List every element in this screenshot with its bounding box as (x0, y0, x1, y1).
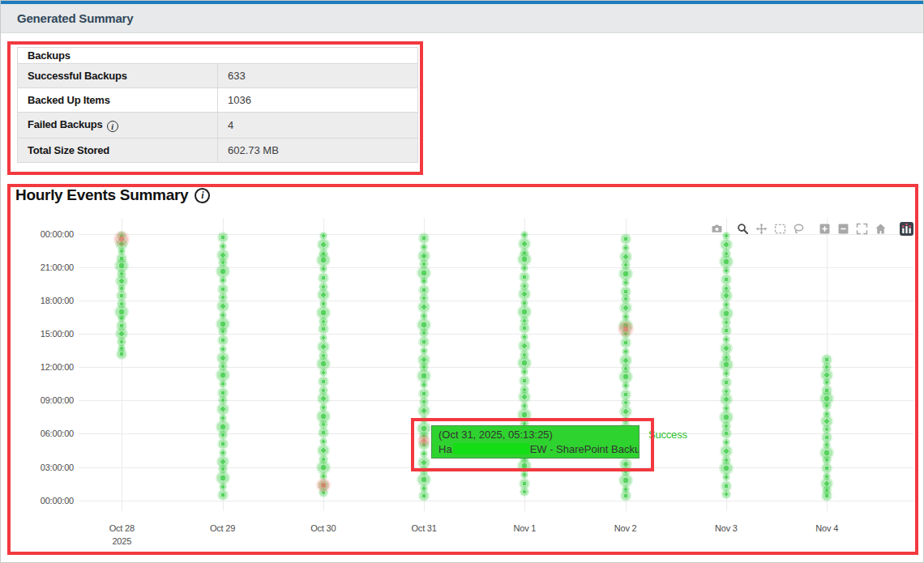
autoscale-icon[interactable] (853, 220, 871, 237)
event-dot-success[interactable] (418, 232, 430, 244)
tooltip-timestamp: (Oct 31, 2025, 05:13:25) (438, 428, 632, 442)
y-tick-label: 03:00:00 (1, 463, 74, 472)
h-gridline (79, 334, 913, 335)
zoom-in-icon[interactable] (815, 220, 834, 237)
zoom-icon[interactable] (734, 220, 752, 237)
chart-toolbar (708, 220, 916, 237)
h-gridline (79, 267, 913, 268)
hover-tooltip: (Oct 31, 2025, 05:13:25) HaEW - SharePoi… (431, 425, 640, 459)
generated-summary-page: Generated Summary Backups Successful Bac… (0, 0, 924, 563)
zoom-out-icon[interactable] (834, 220, 853, 237)
event-dot-success[interactable] (520, 487, 529, 497)
x-tick-label: Oct 282025 (109, 522, 135, 548)
y-tick-label: 12:00:00 (1, 362, 74, 372)
event-dot-success[interactable] (721, 428, 732, 439)
event-dot-success[interactable] (418, 336, 430, 348)
hourly-events-scatter-plot: 00:00:0021:00:0018:00:0015:00:0012:00:00… (1, 1, 923, 562)
x-tick-label: Nov 2 (614, 522, 637, 535)
info-icon[interactable]: i (195, 188, 210, 203)
x-tick-label: Nov 4 (815, 522, 838, 535)
y-tick-label: 06:00:00 (1, 429, 74, 438)
x-tick-label: Oct 29 (210, 522, 235, 535)
event-dot-success[interactable] (620, 337, 631, 348)
y-tick-label: 00:00:00 (1, 229, 74, 239)
event-dot-failed[interactable] (618, 321, 634, 337)
event-dot-success[interactable] (318, 427, 329, 438)
x-tick-label: Oct 31 (412, 522, 437, 535)
h-gridline (79, 400, 913, 401)
h-gridline (79, 501, 913, 501)
camera-icon[interactable] (708, 220, 726, 237)
redaction-block (453, 443, 529, 454)
reset-home-icon[interactable] (871, 220, 890, 237)
event-dot-failed[interactable] (417, 434, 430, 447)
event-dot-failed[interactable] (316, 478, 331, 493)
y-tick-label: 15:00:00 (1, 329, 74, 339)
box-select-icon[interactable] (771, 220, 789, 237)
event-dot-success[interactable] (721, 489, 731, 499)
x-tick-label: Nov 1 (514, 522, 537, 535)
x-tick-sublabel: 2025 (109, 535, 135, 548)
pan-icon[interactable] (752, 220, 771, 237)
event-dot-success[interactable] (217, 335, 229, 346)
x-tick-label: Oct 30 (310, 522, 336, 535)
event-dot-success[interactable] (116, 348, 127, 360)
y-tick-label: 18:00:00 (1, 296, 74, 305)
event-dot-success[interactable] (620, 233, 631, 245)
h-gridline (79, 367, 913, 368)
event-dot-success[interactable] (721, 325, 732, 336)
event-dot-success[interactable] (217, 232, 229, 243)
y-tick-label: 21:00:00 (1, 262, 74, 272)
event-dot-success[interactable] (217, 438, 229, 450)
h-gridline (79, 301, 913, 301)
event-dot-success[interactable] (519, 322, 530, 334)
tooltip-arrow (431, 437, 432, 448)
hover-series-label: Success (648, 429, 687, 441)
y-tick-label: 00:00:00 (1, 496, 74, 505)
chart-title-row: Hourly Events Summary i (15, 186, 210, 204)
y-tick-label: 09:00:00 (1, 395, 74, 405)
plotly-logo-icon[interactable] (897, 220, 916, 237)
x-tick-label: Nov 3 (715, 522, 738, 535)
event-dot-success[interactable] (620, 490, 631, 501)
chart-title: Hourly Events Summary (15, 186, 188, 204)
tooltip-event-name: HaEW - SharePoint Backup (3 / 3) (438, 442, 632, 457)
h-gridline (79, 467, 913, 468)
lasso-icon[interactable] (789, 220, 808, 237)
event-dot-success[interactable] (217, 489, 229, 501)
